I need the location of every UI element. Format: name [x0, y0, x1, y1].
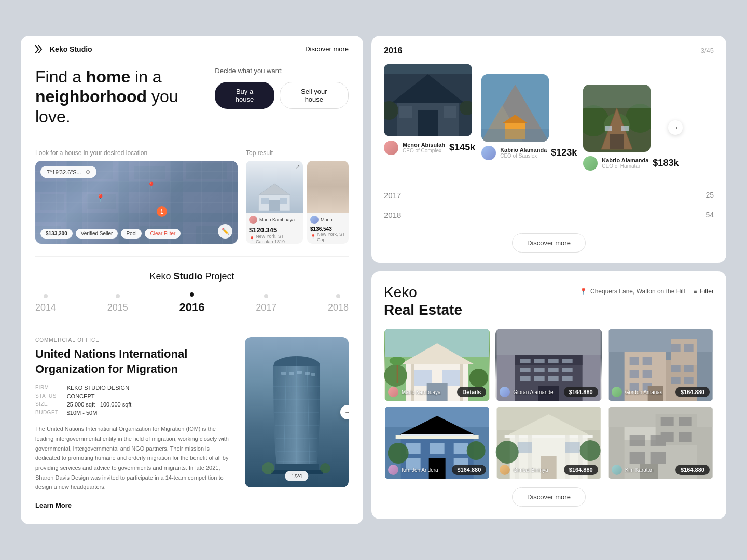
project-category: COMMERCIAL OFFICE: [35, 337, 234, 343]
map-clear-tag[interactable]: Clear Filter: [145, 229, 181, 239]
map-container[interactable]: 📍 📍 1 7°19'32.6"S... ⊕ $133,200 Verified…: [35, 161, 238, 244]
sell-house-button[interactable]: Sell your house: [280, 82, 349, 109]
result-card-1[interactable]: Mario Kambuaya $120.345 📍 New York, ST C…: [246, 161, 303, 244]
agent-role-1: CEO of Complex: [403, 148, 445, 153]
project-name: United Nations International Organizatio…: [35, 347, 234, 376]
meta-status-val: CONCEPT: [67, 393, 234, 399]
result-price-1: $120.345: [249, 226, 300, 234]
grid-card-1[interactable]: Mario Kambuaya Details: [384, 329, 490, 401]
svg-rect-75: [397, 362, 398, 383]
meta-budget-key: BUDGET: [35, 410, 59, 416]
result-card-2[interactable]: Mario $136.543 📍 New York, ST Cap: [307, 161, 349, 244]
grid-price-5: $164.880: [564, 465, 598, 475]
prop-nav-button[interactable]: →: [668, 120, 683, 135]
svg-rect-44: [444, 106, 457, 118]
timeline-year-2017: 2017: [256, 302, 276, 313]
agent-avatar-3: [583, 156, 598, 171]
timeline-item-2016[interactable]: 2016: [179, 292, 205, 314]
map-pool-tag[interactable]: Pool: [121, 229, 142, 239]
prop-price-3: $183k: [653, 158, 679, 169]
grid-card-6[interactable]: Kim Karatan $164.880: [607, 407, 714, 479]
svg-rect-85: [520, 368, 531, 372]
grid-footer-5: Gimbal Bininya $164.880: [495, 460, 602, 479]
map-edit-button[interactable]: ✏️: [218, 224, 232, 239]
results-cards: Mario Kambuaya $120.345 📍 New York, ST C…: [246, 161, 349, 244]
timeline-item-2018[interactable]: 2018: [328, 294, 349, 313]
agent-info-3: Kabrio Alamanda CEO of Hamatai: [602, 157, 648, 169]
svg-rect-136: [565, 442, 580, 453]
grid-card-5[interactable]: Gimbal Bininya $164.880: [495, 407, 602, 479]
re-title: Keko Real Estate: [384, 284, 462, 318]
agent-name-2: Mario: [321, 217, 333, 222]
headline-neighborhood: neighborhood: [35, 87, 147, 106]
svg-rect-8: [186, 163, 227, 179]
svg-rect-99: [629, 357, 639, 365]
location-pin-icon: 📍: [579, 288, 587, 295]
svg-rect-7: [134, 166, 165, 179]
svg-rect-123: [401, 434, 474, 436]
discover-button-bottom[interactable]: Discover more: [512, 487, 586, 507]
prop-card-2[interactable]: [481, 74, 549, 142]
svg-rect-33: [305, 372, 310, 375]
house-svg-1: [384, 64, 472, 136]
prop-card-1[interactable]: [384, 64, 472, 136]
discover-button-top[interactable]: Discover more: [512, 233, 586, 253]
map-price-tag[interactable]: $133,200: [40, 229, 73, 239]
svg-rect-107: [671, 365, 680, 372]
grid-footer-1: Mario Kambuaya Details: [384, 383, 490, 401]
svg-rect-84: [562, 359, 573, 363]
svg-rect-102: [642, 370, 652, 378]
agent-info-1: Menor Abisulah CEO of Complex: [403, 142, 445, 153]
filter-button[interactable]: ≡ Filter: [693, 288, 714, 295]
grid-agent-name-3: Gordon Amanas: [625, 389, 662, 395]
map-search-bar[interactable]: 7°19'32.6"S... ⊕: [40, 166, 96, 178]
discover-more-link[interactable]: Discover more: [305, 45, 349, 53]
grid-avatar-1: [388, 387, 398, 397]
map-verified-tag[interactable]: Verified Seller: [76, 229, 118, 239]
svg-rect-145: [629, 435, 645, 446]
headline-text2: in a: [130, 67, 161, 86]
svg-rect-92: [562, 376, 573, 381]
timeline-year-2016: 2016: [179, 301, 205, 314]
project-detail: COMMERCIAL OFFICE United Nations Interna…: [21, 337, 363, 524]
buy-house-button[interactable]: Buy a house: [215, 82, 274, 109]
result-agent-row-2: Mario: [310, 216, 345, 224]
agent-avatar-sm-1: [249, 216, 257, 224]
expand-icon-1[interactable]: ↗: [296, 164, 300, 170]
house-illustration-1: [254, 179, 295, 211]
prop-card-3[interactable]: [583, 85, 651, 152]
year-row-label-2018: 2018: [384, 211, 401, 219]
grid-card-2[interactable]: Gibran Alamande $164.880: [495, 329, 602, 401]
svg-rect-106: [684, 344, 693, 352]
timeline-item-2015[interactable]: 2015: [107, 294, 128, 313]
grid-badge-1[interactable]: Details: [457, 387, 486, 397]
grid-agent-4: Kim Jon Andera: [388, 465, 438, 475]
timeline-item-2017[interactable]: 2017: [256, 294, 276, 313]
timeline-dot-2015: [116, 294, 120, 298]
prop-price-1: $145k: [449, 142, 475, 153]
agent-name-prop-3: Kabrio Alamanda: [602, 157, 648, 163]
svg-rect-78: [497, 329, 601, 355]
svg-point-37: [262, 462, 274, 474]
svg-rect-90: [534, 376, 545, 381]
grid-agent-name-2: Gibran Alamande: [513, 389, 553, 395]
search-section: Look for a house in your desired locatio…: [21, 149, 363, 256]
learn-more-link[interactable]: Learn More: [35, 501, 72, 509]
svg-rect-32: [297, 371, 302, 374]
svg-rect-16: [269, 200, 280, 211]
timeline-section: Keko Studio Project 2014 2015 2016: [21, 257, 363, 337]
logo: Keko Studio: [35, 45, 92, 53]
result-card-img-1: [246, 161, 303, 213]
grid-card-3[interactable]: Gordon Amanas $164.880: [607, 329, 714, 401]
prop-agent-3: Kabrio Alamanda CEO of Hamatai $183k: [583, 156, 679, 171]
svg-rect-31: [289, 372, 294, 375]
timeline-item-2014[interactable]: 2014: [35, 294, 56, 313]
grid-avatar-3: [612, 387, 622, 397]
year-header: 2016 3/45: [384, 46, 714, 55]
left-panel: Keko Studio Discover more Find a home in…: [21, 36, 363, 524]
grid-agent-2: Gibran Alamande: [500, 387, 553, 397]
grid-avatar-2: [500, 387, 510, 397]
grid-card-4[interactable]: Kim Jon Andera $164.880: [384, 407, 490, 479]
svg-marker-15: [259, 184, 290, 195]
prop-agent-2: Kabrio Alamanda CEO of Sauslex $123k: [481, 146, 577, 160]
